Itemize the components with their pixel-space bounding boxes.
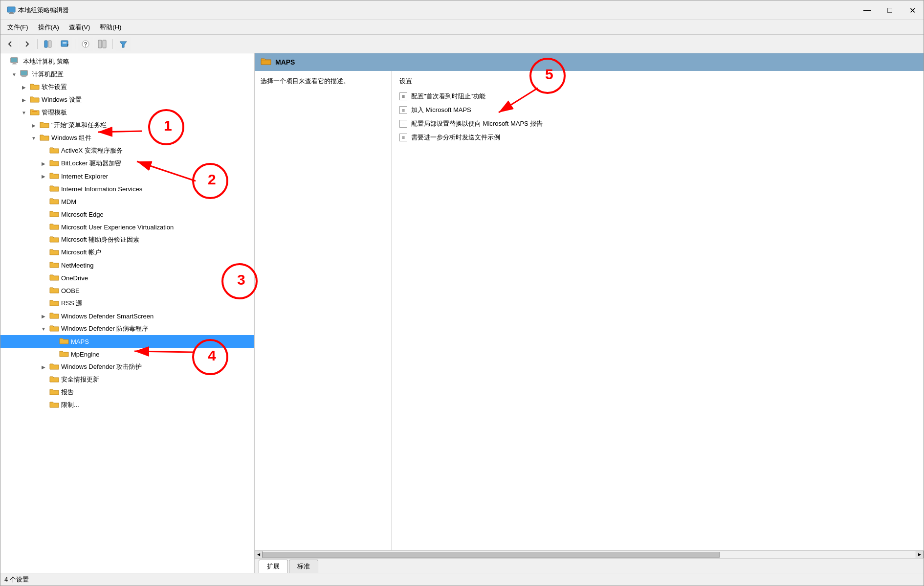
expand-bitlocker[interactable]: ▶: [40, 159, 47, 167]
tree-item-account[interactable]: Microsoft 帐户: [0, 246, 254, 259]
folder-defender-icon: [49, 324, 59, 334]
menu-file[interactable]: 文件(F): [2, 21, 33, 34]
tab-standard[interactable]: 标准: [289, 560, 318, 573]
tree-item-more[interactable]: 限制...: [0, 399, 254, 411]
ie-label: Internet Explorer: [61, 173, 108, 180]
onedrive-label: OneDrive: [61, 274, 88, 282]
setting-item-2[interactable]: ≡ 加入 Microsoft MAPS: [392, 103, 924, 117]
help-button[interactable]: ?: [78, 37, 93, 51]
scroll-track[interactable]: [263, 552, 916, 558]
expand-windows-settings[interactable]: ▶: [20, 96, 28, 104]
tree-item-attack[interactable]: ▶ Windows Defender 攻击防护: [0, 361, 254, 373]
filter-button[interactable]: [115, 37, 131, 51]
folder-netmeeting-icon: [49, 261, 59, 270]
tree-item-edge[interactable]: Microsoft Edge: [0, 208, 254, 221]
bottom-tabs: 扩展 标准: [255, 558, 924, 573]
tree-item-mpengine[interactable]: MpEngine: [0, 348, 254, 361]
folder-edge-icon: [49, 210, 59, 219]
tree-item-oobe[interactable]: OOBE: [0, 284, 254, 297]
tree-scroll[interactable]: 本地计算机 策略 ▼ 计算机配置: [0, 53, 254, 573]
scroll-right-arrow[interactable]: ▶: [916, 551, 924, 559]
detail-header-icon: [261, 57, 271, 68]
back-button[interactable]: [2, 37, 18, 51]
menu-action[interactable]: 操作(A): [33, 21, 64, 34]
setting-item-4[interactable]: ≡ 需要进一步分析时发送文件示例: [392, 131, 924, 144]
toolbar: ?: [0, 35, 924, 53]
tree-item-report[interactable]: 报告: [0, 386, 254, 399]
tree-item-rss[interactable]: RSS 源: [0, 297, 254, 310]
folder-admin-icon: [30, 108, 40, 117]
tree-item-ie[interactable]: ▶ Internet Explorer: [0, 170, 254, 182]
forward-button[interactable]: [19, 37, 35, 51]
tab-extend[interactable]: 扩展: [259, 560, 288, 573]
tree-item-computer-config[interactable]: ▼ 计算机配置: [0, 68, 254, 81]
tree-item-mdm[interactable]: MDM: [0, 195, 254, 208]
expand-attack[interactable]: ▶: [40, 363, 47, 371]
menu-view[interactable]: 查看(V): [64, 21, 95, 34]
setting-item-3[interactable]: ≡ 配置局部设置替换以便向 Microsoft MAPS 报告: [392, 117, 924, 131]
edge-label: Microsoft Edge: [61, 211, 104, 218]
menu-bar: 文件(F) 操作(A) 查看(V) 帮助(H): [0, 20, 924, 35]
tree-item-start-menu[interactable]: ▶ "开始"菜单和任务栏: [0, 119, 254, 132]
setting-label-2: 加入 Microsoft MAPS: [411, 106, 471, 114]
setting-item-1[interactable]: ≡ 配置"首次看到时阻止"功能: [392, 90, 924, 103]
tree-item-security[interactable]: 安全情报更新: [0, 373, 254, 386]
expand-defender[interactable]: ▼: [40, 325, 47, 333]
folder-iis-icon: [49, 184, 59, 194]
tree-item-smartscreen[interactable]: ▶ Windows Defender SmartScreen: [0, 310, 254, 322]
detail-description: 选择一个项目来查看它的描述。: [255, 71, 392, 550]
expand-software[interactable]: ▶: [20, 83, 28, 91]
folder-bitlocker-icon: [49, 159, 59, 168]
show-hide-button[interactable]: [40, 37, 56, 51]
tree-item-iis[interactable]: Internet Information Services: [0, 182, 254, 195]
scroll-thumb[interactable]: [263, 552, 720, 558]
window-title: 本地组策略编辑器: [18, 6, 69, 15]
tree-item-defender[interactable]: ▼ Windows Defender 防病毒程序: [0, 322, 254, 335]
svg-rect-17: [22, 75, 25, 76]
tree-item-netmeeting[interactable]: NetMeeting: [0, 259, 254, 271]
folder-start-icon: [40, 121, 49, 130]
maximize-button[interactable]: □: [879, 0, 901, 20]
folder-uev-icon: [49, 223, 59, 232]
close-button[interactable]: ✕: [901, 0, 924, 20]
expand-computer-config[interactable]: ▼: [10, 70, 18, 78]
svg-rect-11: [103, 40, 106, 48]
tree-item-auth[interactable]: Microsoft 辅助身份验证因素: [0, 233, 254, 246]
detail-pane: MAPS 选择一个项目来查看它的描述。 设置 ≡ 配置"首次看到时阻止"功能 ≡: [255, 53, 924, 573]
detail-scrollbar: ◀ ▶: [255, 550, 924, 558]
svg-rect-4: [48, 41, 51, 47]
extend-view-button[interactable]: [94, 37, 110, 51]
tree-item-activex[interactable]: ActiveX 安装程序服务: [0, 144, 254, 157]
folder-auth-icon: [49, 235, 59, 245]
tree-item-windows-components[interactable]: ▼ Windows 组件: [0, 132, 254, 144]
bitlocker-label: BitLocker 驱动器加密: [61, 159, 121, 168]
maps-label: MAPS: [71, 338, 89, 345]
tree-item-uev[interactable]: Microsoft User Experience Virtualization: [0, 221, 254, 233]
tree-item-software[interactable]: ▶ 软件设置: [0, 81, 254, 93]
windows-components-label: Windows 组件: [51, 134, 91, 142]
setting-label-4: 需要进一步分析时发送文件示例: [411, 133, 500, 142]
expand-ie[interactable]: ▶: [40, 172, 47, 180]
folder-mdm-icon: [49, 197, 59, 206]
tree-item-windows-settings[interactable]: ▶ Windows 设置: [0, 93, 254, 106]
detail-settings[interactable]: 设置 ≡ 配置"首次看到时阻止"功能 ≡ 加入 Microsoft MAPS ≡…: [392, 71, 924, 550]
menu-help[interactable]: 帮助(H): [95, 21, 126, 34]
svg-rect-20: [32, 111, 37, 112]
svg-rect-6: [63, 42, 66, 43]
setting-icon-1: ≡: [399, 92, 407, 100]
tree-item-admin-templates[interactable]: ▼ 管理模板: [0, 106, 254, 119]
expand-admin-templates[interactable]: ▼: [20, 109, 28, 116]
folder-windows-settings-icon: [30, 95, 40, 105]
folder-ie-icon: [49, 172, 59, 181]
tree-item-maps[interactable]: MAPS: [0, 335, 254, 348]
scroll-left-arrow[interactable]: ◀: [255, 551, 263, 559]
minimize-button[interactable]: —: [856, 0, 879, 20]
tree-item-onedrive[interactable]: OneDrive: [0, 271, 254, 284]
expand-smartscreen[interactable]: ▶: [40, 312, 47, 320]
tree-item-root[interactable]: 本地计算机 策略: [0, 55, 254, 68]
expand-start-menu[interactable]: ▶: [30, 121, 38, 129]
tree-item-bitlocker[interactable]: ▶ BitLocker 驱动器加密: [0, 157, 254, 170]
export-button[interactable]: [57, 37, 72, 51]
iis-label: Internet Information Services: [61, 185, 142, 193]
expand-windows-components[interactable]: ▼: [30, 134, 38, 142]
